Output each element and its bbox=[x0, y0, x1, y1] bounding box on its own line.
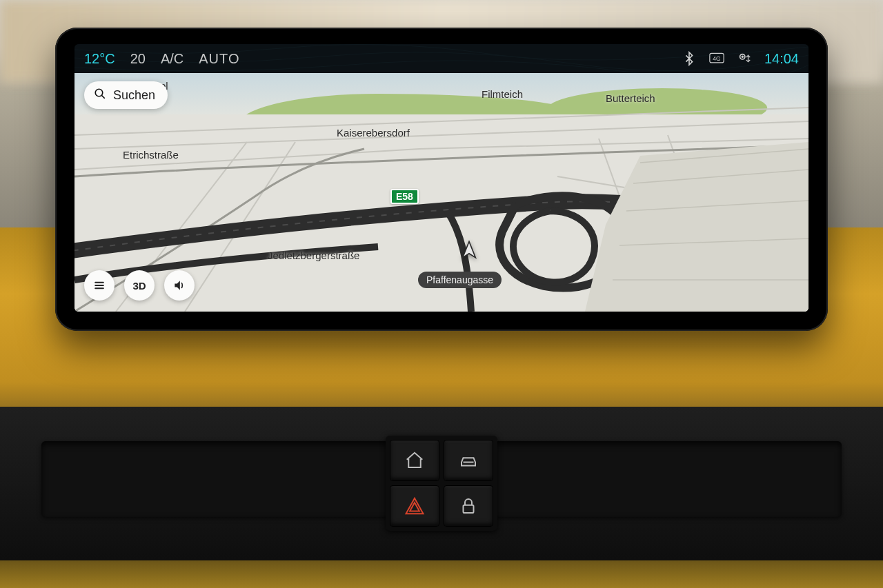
network-4g-icon[interactable]: 4G bbox=[709, 51, 724, 66]
center-console-buttons bbox=[386, 436, 497, 531]
infotainment-housing: 12°C 20 A/C AUTO 4G 14:04 bbox=[55, 28, 828, 331]
navigation-map[interactable]: el Filmteich Butterteich Kaiserebersdorf… bbox=[75, 73, 808, 312]
svg-marker-5 bbox=[585, 142, 808, 312]
vehicle-position-cursor bbox=[459, 240, 479, 259]
map-control-cluster: 3D bbox=[84, 270, 195, 301]
map-label-kaiserebersdorf: Kaiserebersdorf bbox=[337, 127, 410, 139]
svg-rect-0 bbox=[464, 505, 474, 513]
climate-mode[interactable]: AUTO bbox=[199, 51, 239, 67]
infotainment-screen: 12°C 20 A/C AUTO 4G 14:04 bbox=[75, 44, 808, 312]
view-mode-label: 3D bbox=[132, 280, 146, 292]
map-view-3d-button[interactable]: 3D bbox=[124, 270, 155, 301]
statusbar-right-cluster: 4G 14:04 bbox=[682, 51, 799, 67]
current-street-pill: Pfaffenaugasse bbox=[418, 272, 502, 288]
bluetooth-icon[interactable] bbox=[682, 51, 697, 66]
hazard-physical-button[interactable] bbox=[390, 485, 439, 527]
clock[interactable]: 14:04 bbox=[764, 51, 799, 67]
statusbar-left-cluster: 12°C 20 A/C AUTO bbox=[84, 51, 239, 67]
search-button[interactable]: Suchen bbox=[84, 81, 168, 109]
svg-text:4G: 4G bbox=[713, 55, 720, 62]
outside-temperature[interactable]: 12°C bbox=[84, 51, 115, 67]
map-label-filmteich: Filmteich bbox=[482, 88, 523, 100]
home-physical-button[interactable] bbox=[390, 440, 439, 481]
search-label: Suchen bbox=[113, 88, 155, 103]
map-label-butterteich: Butterteich bbox=[606, 92, 655, 104]
dashboard-lower-trim bbox=[0, 560, 883, 588]
search-icon bbox=[94, 88, 106, 103]
lock-physical-button[interactable] bbox=[444, 485, 493, 527]
ac-toggle[interactable]: A/C bbox=[161, 51, 183, 67]
scene-root: 12°C 20 A/C AUTO 4G 14:04 bbox=[0, 0, 883, 588]
map-menu-button[interactable] bbox=[84, 270, 115, 301]
status-bar: 12°C 20 A/C AUTO 4G 14:04 bbox=[75, 44, 808, 73]
vehicle-physical-button[interactable] bbox=[444, 440, 493, 481]
svg-point-4 bbox=[742, 56, 743, 57]
map-label-etrichstrasse: Etrichstraße bbox=[123, 149, 179, 161]
svg-point-6 bbox=[95, 89, 103, 97]
map-label-jedletzbergerstrasse: Jedletzbergerstraße bbox=[268, 250, 359, 261]
voice-guidance-button[interactable] bbox=[164, 270, 195, 301]
gps-updown-icon[interactable] bbox=[737, 51, 752, 66]
fan-speed[interactable]: 20 bbox=[130, 51, 146, 67]
route-badge-e58: E58 bbox=[390, 189, 419, 204]
